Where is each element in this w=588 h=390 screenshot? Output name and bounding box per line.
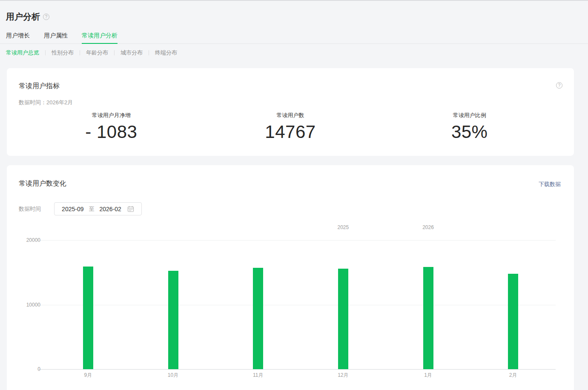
- x-axis-tick-label: 1月: [424, 372, 432, 379]
- sub-tab[interactable]: 终端分布: [155, 49, 177, 57]
- bar: [338, 269, 348, 369]
- x-axis-tick-label: 12月: [338, 372, 348, 379]
- date-range-separator: 至: [89, 205, 95, 213]
- y-axis-tick-label: 10000: [15, 302, 40, 308]
- bar: [508, 274, 518, 369]
- metric-label: 常读用户数: [201, 112, 380, 119]
- date-range-picker[interactable]: 2025-09 至 2026-02: [54, 202, 142, 215]
- subtab-divider: [45, 50, 46, 55]
- help-icon[interactable]: ?: [43, 14, 49, 20]
- x-axis-tick-label: 2月: [509, 372, 517, 379]
- year-label: 2026: [422, 224, 434, 230]
- page-header: 用户分析 ? 用户增长用户属性常读用户分析 常读用户总览性别分布年龄分布城市分布…: [0, 1, 588, 57]
- metrics-data-time: 数据时间：2026年2月: [19, 99, 73, 106]
- x-axis-tick-label: 9月: [84, 372, 92, 379]
- metric-value: 35%: [380, 122, 559, 142]
- bar: [423, 267, 433, 369]
- metric-value: - 1083: [22, 122, 201, 142]
- gridline: [39, 240, 556, 241]
- chart-card: 常读用户数变化 下载数据 数据时间 2025-09 至 2026-02 0100…: [7, 165, 574, 390]
- metric-item: 常读用户月净增- 1083: [22, 112, 201, 142]
- y-axis-tick-label: 20000: [15, 237, 40, 243]
- main-tab[interactable]: 常读用户分析: [82, 32, 118, 43]
- metric-label: 常读用户月净增: [22, 112, 201, 119]
- sub-tab[interactable]: 年龄分布: [86, 49, 108, 57]
- metric-item: 常读用户数14767: [201, 112, 380, 142]
- date-start-value[interactable]: 2025-09: [62, 206, 83, 212]
- bar: [168, 271, 178, 369]
- main-tab[interactable]: 用户增长: [6, 32, 30, 43]
- subtab-divider: [80, 50, 80, 55]
- metrics-row: 常读用户月净增- 1083常读用户数14767常读用户比例35%: [22, 112, 559, 142]
- year-label: 2025: [337, 224, 349, 230]
- subtab-divider: [114, 50, 115, 55]
- metric-label: 常读用户比例: [380, 112, 559, 119]
- sub-tab[interactable]: 常读用户总览: [6, 49, 39, 57]
- metric-value: 14767: [201, 122, 380, 142]
- title-row: 用户分析 ?: [0, 1, 588, 23]
- x-axis-tick-label: 11月: [253, 372, 263, 379]
- download-data-link[interactable]: 下载数据: [539, 181, 561, 188]
- page-title: 用户分析: [6, 11, 40, 23]
- sub-tab[interactable]: 城市分布: [120, 49, 143, 57]
- sub-tabs: 常读用户总览性别分布年龄分布城市分布终端分布: [0, 44, 588, 57]
- chart-card-title: 常读用户数变化: [19, 179, 66, 188]
- main-tab[interactable]: 用户属性: [44, 32, 68, 43]
- y-axis-tick-label: 0: [15, 366, 40, 372]
- gridline: [39, 305, 556, 305]
- metric-item: 常读用户比例35%: [380, 112, 559, 142]
- date-end-value[interactable]: 2026-02: [100, 206, 121, 212]
- calendar-icon[interactable]: [127, 206, 134, 212]
- main-tabs: 用户增长用户属性常读用户分析: [0, 32, 588, 44]
- subtab-divider: [149, 50, 149, 55]
- gridline: [39, 369, 556, 370]
- date-filter-label: 数据时间: [19, 205, 41, 213]
- sub-tab[interactable]: 性别分布: [52, 49, 74, 57]
- x-axis-tick-label: 10月: [168, 372, 178, 379]
- bar: [83, 267, 93, 369]
- metrics-card: 常读用户指标 ? 数据时间：2026年2月 常读用户月净增- 1083常读用户数…: [7, 68, 574, 156]
- bar: [253, 268, 263, 369]
- metrics-help-icon[interactable]: ?: [556, 82, 562, 89]
- bar-chart: 01000020000202520269月10月11月12月1月2月: [7, 220, 574, 380]
- metrics-card-title: 常读用户指标: [19, 82, 60, 91]
